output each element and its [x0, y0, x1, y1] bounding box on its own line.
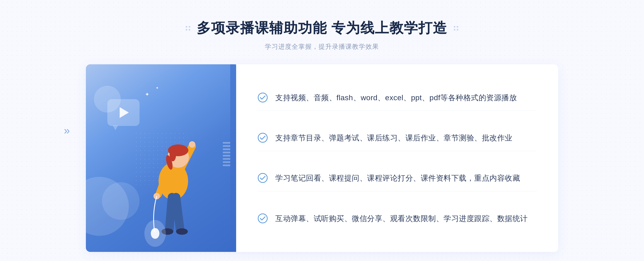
illustration-area: ✦ ✦: [86, 64, 236, 252]
svg-point-18: [258, 214, 267, 223]
main-title: 多项录播课辅助功能 专为线上教学打造: [197, 19, 447, 38]
check-icon-1: [258, 92, 268, 103]
title-wrapper: 多项录播课辅助功能 专为线上教学打造: [186, 19, 458, 38]
svg-point-16: [258, 133, 267, 142]
page-container: 多项录播课辅助功能 专为线上教学打造 学习进度全掌握，提升录播课教学效果 »: [0, 0, 644, 261]
svg-line-3: [169, 197, 172, 229]
left-chevron-decoration: »: [64, 125, 68, 137]
header-section: 多项录播课辅助功能 专为线上教学打造 学习进度全掌握，提升录播课教学效果: [186, 0, 458, 51]
play-bubble: [107, 99, 140, 126]
features-area: 支持视频、音频、flash、word、excel、ppt、pdf等各种格式的资源…: [236, 64, 558, 252]
feature-item-1: 支持视频、音频、flash、word、excel、ppt、pdf等各种格式的资源…: [258, 85, 537, 111]
svg-point-17: [258, 173, 267, 182]
sparkle-icon-2: ✦: [156, 86, 159, 90]
feature-item-2: 支持章节目录、弹题考试、课后练习、课后作业、章节测验、批改作业: [258, 125, 537, 151]
svg-point-15: [258, 93, 267, 102]
blue-sidebar-bar: [230, 64, 236, 252]
feature-text-2: 支持章节目录、弹题考试、课后练习、课后作业、章节测验、批改作业: [275, 132, 513, 144]
person-illustration: [138, 106, 214, 252]
content-section: ✦ ✦: [86, 64, 558, 252]
title-dots-left: [186, 26, 190, 31]
feature-text-3: 学习笔记回看、课程提问、课程评论打分、课件资料下载，重点内容收藏: [275, 172, 520, 185]
check-icon-2: [258, 133, 268, 143]
svg-point-14: [144, 220, 166, 247]
feature-item-3: 学习笔记回看、课程提问、课程评论打分、课件资料下载，重点内容收藏: [258, 165, 537, 191]
svg-line-4: [176, 197, 180, 229]
play-triangle: [120, 107, 129, 118]
check-icon-4: [258, 213, 268, 223]
feature-text-4: 互动弹幕、试听购买、微信分享、观看次数限制、学习进度跟踪、数据统计: [275, 212, 528, 225]
feature-item-4: 互动弹幕、试听购买、微信分享、观看次数限制、学习进度跟踪、数据统计: [258, 206, 537, 232]
svg-point-11: [189, 141, 195, 148]
subtitle: 学习进度全掌握，提升录播课教学效果: [186, 42, 458, 51]
check-icon-3: [258, 173, 268, 183]
deco-circle-medium: [102, 182, 140, 220]
sparkle-icon-1: ✦: [145, 91, 149, 98]
title-dots-right: [454, 26, 458, 31]
svg-point-6: [176, 228, 188, 235]
feature-text-1: 支持视频、音频、flash、word、excel、ppt、pdf等各种格式的资源…: [275, 91, 517, 104]
